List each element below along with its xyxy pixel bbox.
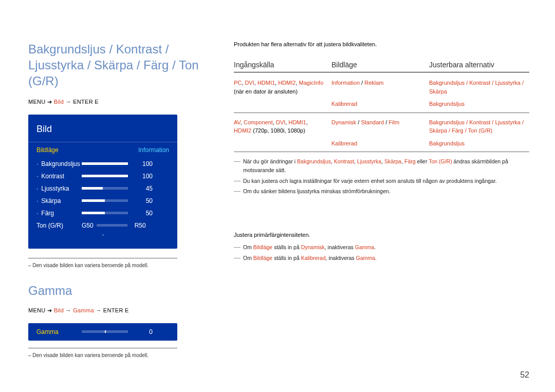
gamma-value: 0 [133, 328, 153, 335]
menu-path-2: MENU ➔ Bild → Gamma → ENTER E [28, 307, 203, 314]
cell-source: AV, Component, DVI, HDMI1, HDMI2 (720p, … [234, 118, 331, 135]
src-hdmi1: HDMI1 [288, 119, 306, 125]
note-hl: Kalibrerad [301, 255, 326, 261]
note-item: ― Du kan justera och lagra inställningar… [234, 177, 529, 185]
note-text: . [374, 244, 376, 250]
slider-bar [82, 187, 128, 190]
note-hl: Ton (G/R) [429, 158, 452, 164]
note-hl: Färg [404, 158, 416, 164]
note-text: . [375, 255, 377, 261]
arrow-icon: ➔ [47, 99, 52, 105]
osd-tone-label: Ton (G/R) [36, 222, 82, 229]
menu-item-gamma: Gamma [73, 307, 94, 313]
cell-adjust: Bakgrundsljus / Kontrast / Ljusstyrka / … [429, 79, 529, 96]
note-text: ställs in på [272, 255, 301, 261]
cell-source: PC, DVI, HDMI1, HDMI2, MagicInfo (när en… [234, 79, 331, 96]
intro-text: Produkten har flera alternativ för att j… [234, 41, 529, 47]
gamma-label: Gamma [36, 328, 82, 335]
osd-item: Ljusstyrka 45 [28, 182, 177, 195]
osd-mode-value: Information [138, 146, 169, 154]
gamma-heading: Gamma [28, 284, 203, 298]
src-hdmi1: HDMI1 [257, 80, 275, 86]
gamma-intro: Justera primärfärgintensiteten. [234, 232, 529, 238]
cell-mode: Kalibrerad [331, 100, 429, 108]
cell-adjust: Bakgrundsljus / Kontrast / Ljusstyrka / … [429, 118, 529, 135]
adjust-list: Bakgrundsljus / Kontrast / Ljusstyrka / … [429, 80, 524, 95]
notes-block: ― Om Bildläge ställs in på Dynamisk, ina… [234, 243, 529, 263]
src-hdmi2: HDMI2 [278, 80, 295, 86]
src-note: (när en dator är ansluten) [234, 88, 298, 95]
osd-panel-gamma: Gamma 0 [28, 323, 177, 341]
note-hl: Gamma [355, 244, 374, 250]
note-text: , inaktiveras [325, 244, 355, 250]
note-item: ― Om Bildläge ställs in på Dynamisk, ina… [234, 243, 529, 252]
osd-item-value: 100 [133, 160, 153, 167]
col-input-source: Ingångskälla [234, 61, 331, 69]
note-text: , inaktiveras [326, 255, 356, 261]
table-row: PC, DVI, HDMI1, HDMI2, MagicInfo (när en… [234, 79, 529, 96]
note-text: Om [243, 255, 253, 261]
gamma-right-section: Justera primärfärgintensiteten. ― Om Bil… [234, 232, 529, 263]
dash-icon: ― [234, 177, 243, 185]
slider-bar [82, 175, 128, 177]
menu-prefix: MENU [28, 99, 46, 105]
cell-source [234, 100, 331, 108]
tone-g-value: G50 [82, 222, 94, 229]
osd-mode-row: Bildläge Information [28, 142, 177, 158]
note-hl: Bakgrundsljus [297, 158, 331, 164]
osd-item: Färg 50 [28, 207, 177, 219]
cell-mode: Dynamisk / Standard / Film [331, 118, 429, 135]
mode-information: Information [331, 80, 360, 86]
enter-icon: E [125, 307, 129, 313]
cell-source [234, 139, 331, 148]
divider [234, 152, 529, 152]
osd-item-value: 100 [133, 173, 153, 180]
sep: / [360, 80, 364, 86]
slider-bar [82, 199, 128, 202]
tone-r-value: R50 [135, 222, 146, 229]
mode-reklam: Reklam [364, 80, 383, 86]
arrow-icon: → [96, 307, 101, 313]
menu-enter: ENTER [73, 99, 93, 105]
note-text: När du gör ändringar i [243, 158, 297, 164]
footnote: – Den visade bilden kan variera beroende… [28, 352, 177, 358]
cell-mode: Kalibrerad [331, 139, 429, 148]
note-hl: Dynamisk [301, 244, 325, 250]
mode-standard: Standard [361, 119, 384, 125]
src-av: AV [234, 119, 240, 125]
osd-item-label: Färg [36, 210, 82, 217]
divider [28, 348, 177, 348]
src-note: (720p, 1080i, 1080p) [251, 127, 305, 134]
note-item: ― Om Bildläge ställs in på Kalibrerad, i… [234, 254, 529, 263]
table-row: Kalibrerad Bakgrundsljus [234, 139, 529, 148]
note-hl: Bildläge [253, 244, 272, 250]
footnote: – Den visade bilden kan variera beroende… [28, 263, 177, 268]
arrow-icon: → [66, 99, 71, 105]
src-hdmi2: HDMI2 [234, 127, 251, 134]
note-text: Om du sänker bildens ljusstyrka minskas … [243, 187, 529, 196]
col-picture-mode: Bildläge [331, 61, 429, 69]
cell-adjust: Bakgrundsljus [429, 139, 529, 148]
osd-title: Bild [28, 120, 177, 142]
note-text: eller [416, 158, 429, 164]
osd-item-value: 50 [133, 197, 153, 204]
table-header: Ingångskälla Bildläge Justerbara alterna… [234, 61, 529, 69]
osd-item-label: Skärpa [36, 197, 82, 204]
table-row: Kalibrerad Bakgrundsljus [234, 100, 529, 108]
osd-item-value: 45 [133, 185, 153, 192]
section-heading: Bakgrundsljus / Kontrast / Ljusstyrka / … [28, 41, 203, 89]
note-hl: Skärpa [384, 158, 401, 164]
slider-bar [82, 330, 128, 333]
col-adjustable: Justerbara alternativ [429, 61, 529, 69]
adjust-bakgrundsljus: Bakgrundsljus [429, 140, 465, 146]
divider [234, 113, 529, 113]
src-magicinfo: MagicInfo [299, 80, 324, 86]
osd-mode-label: Bildläge [36, 146, 59, 154]
menu-item-bild: Bild [54, 307, 64, 313]
page-number: 52 [520, 370, 529, 380]
dash-icon: ― [234, 243, 243, 252]
osd-panel-bild: Bild Bildläge Information Bakgrundsljus … [28, 115, 177, 249]
dash-icon: ― [234, 157, 243, 175]
note-hl: Gamma [356, 255, 375, 261]
menu-prefix: MENU [28, 307, 46, 313]
